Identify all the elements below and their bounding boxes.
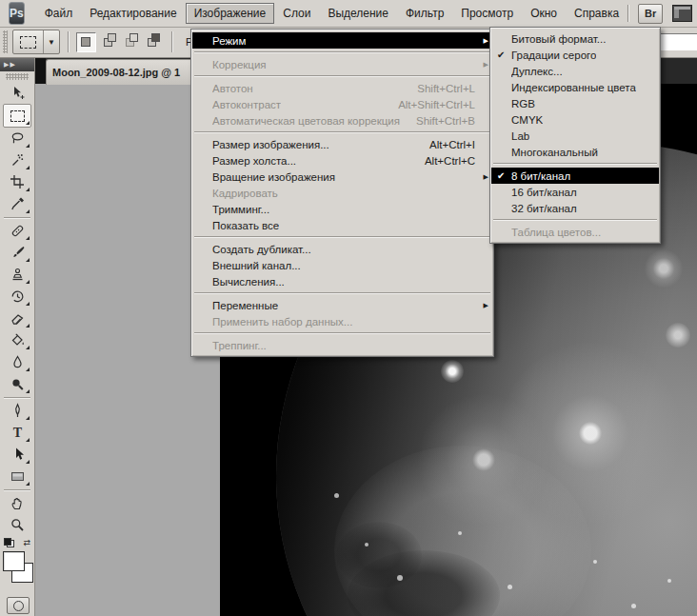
type-icon: T [10, 425, 26, 441]
collapse-panels-icon: ▶▶ [4, 61, 16, 69]
menu-item-trap[interactable]: Треппинг... [192, 337, 492, 353]
tool-eraser[interactable] [4, 308, 30, 329]
rectangular-marquee-icon [10, 110, 25, 122]
tools-divider [4, 489, 30, 490]
menu-image[interactable]: Изображение [186, 3, 275, 24]
menu-item-image-size[interactable]: Размер изображения... Alt+Ctrl+I [192, 136, 492, 152]
intersect-selection-button[interactable] [142, 32, 162, 52]
check-icon: ✔ [496, 170, 511, 181]
menu-item-variables[interactable]: Переменные ▶ [192, 297, 492, 313]
document-tab[interactable]: Moon_2009-08-12.jpg @ 1 [46, 59, 204, 85]
menu-item-indexed-color[interactable]: Индексированные цвета [491, 79, 659, 95]
menu-item-canvas-size[interactable]: Размер холста... Alt+Ctrl+C [192, 152, 492, 169]
menu-item-calculations[interactable]: Вычисления... [192, 273, 492, 289]
menu-filter[interactable]: Фильтр [397, 3, 452, 24]
mode-submenu: Битовый формат... ✔ Градации серого Дупл… [489, 27, 661, 244]
options-divider [171, 31, 172, 52]
menu-separator [194, 75, 490, 77]
menu-item-bitmap[interactable]: Битовый формат... [491, 30, 659, 47]
collapse-panel-header[interactable]: ▶▶ [0, 57, 34, 71]
tool-clone-stamp[interactable] [4, 264, 30, 286]
moon-crater-dot [631, 604, 636, 608]
pen-icon [10, 403, 26, 419]
tool-zoom[interactable] [4, 514, 30, 536]
options-bar-grip[interactable] [3, 30, 8, 53]
color-swatches [0, 549, 34, 593]
menubar-divider [627, 5, 628, 22]
zoom-icon [10, 517, 26, 533]
bridge-button[interactable]: Br [638, 4, 663, 24]
tool-path-selection[interactable] [4, 444, 30, 466]
photoshop-logo[interactable]: Ps [9, 2, 25, 25]
menu-file[interactable]: Файл [36, 3, 82, 24]
menu-item-auto-color[interactable]: Автоматическая цветовая коррекция Shift+… [192, 112, 492, 129]
tools-panel-grip[interactable] [6, 73, 29, 80]
menu-item-lab[interactable]: Lab [491, 128, 659, 144]
default-colors-icon[interactable] [4, 538, 14, 547]
tool-blur[interactable] [4, 351, 30, 373]
tool-history-brush[interactable] [4, 286, 30, 308]
moon-crater-dot [365, 543, 368, 546]
tool-dodge[interactable] [4, 373, 30, 395]
options-input-fragment[interactable] [659, 33, 697, 50]
menu-item-mode[interactable]: Режим ▶ [192, 32, 492, 49]
tool-magic-wand[interactable] [4, 149, 30, 171]
quick-mask-button[interactable] [7, 597, 30, 614]
check-icon: ✔ [496, 50, 511, 60]
menu-item-trim[interactable]: Тримминг... [192, 201, 492, 217]
moon-crater-dot [334, 493, 339, 498]
tool-brush[interactable] [4, 242, 30, 264]
tool-healing-brush[interactable] [4, 220, 30, 242]
menu-item-crop[interactable]: Кадрировать [192, 185, 492, 201]
tool-shape[interactable] [4, 466, 30, 487]
tool-type[interactable]: T [4, 422, 30, 444]
menu-item-rgb[interactable]: RGB [491, 95, 659, 111]
menu-item-apply-data-set[interactable]: Применить набор данных... [192, 313, 492, 329]
menu-item-reveal-all[interactable]: Показать все [192, 217, 492, 233]
menu-item-image-rotation[interactable]: Вращение изображения ▶ [192, 169, 492, 185]
lasso-icon [10, 130, 26, 147]
shortcut-label: Alt+Shift+Ctrl+L [398, 99, 485, 110]
tool-eyedropper[interactable] [4, 193, 30, 215]
menu-item-32-bits[interactable]: 32 бит/канал [491, 200, 659, 216]
menu-edit[interactable]: Редактирование [81, 3, 185, 24]
menu-item-apply-image[interactable]: Внешний канал... [192, 257, 492, 273]
menu-layers[interactable]: Слои [274, 3, 319, 24]
shape-icon [10, 468, 26, 485]
workspace-icon[interactable] [672, 5, 692, 22]
menu-item-auto-contrast[interactable]: Автоконтраст Alt+Shift+Ctrl+L [192, 96, 492, 112]
tool-lasso[interactable] [4, 128, 30, 149]
subtract-from-selection-button[interactable] [120, 32, 140, 52]
menu-help[interactable]: Справка [566, 3, 627, 24]
menu-item-16-bits[interactable]: 16 бит/канал [491, 184, 659, 200]
tool-preset-button[interactable]: ▼ [12, 30, 60, 54]
menu-item-color-table[interactable]: Таблица цветов... [491, 224, 659, 240]
foreground-color-swatch[interactable] [3, 551, 25, 571]
tool-move[interactable] [4, 82, 30, 104]
menu-item-cmyk[interactable]: CMYK [491, 111, 659, 128]
menu-item-grayscale[interactable]: ✔ Градации серого [491, 47, 659, 63]
moon-crater-dot [458, 531, 462, 535]
tool-rectangular-marquee[interactable] [3, 104, 31, 128]
tool-paint-bucket[interactable] [4, 329, 30, 351]
menu-item-adjustments[interactable]: Коррекция ▶ [192, 56, 492, 72]
tool-hand[interactable] [4, 492, 30, 514]
menu-item-8-bits[interactable]: ✔ 8 бит/канал [491, 168, 659, 184]
new-selection-button[interactable] [76, 32, 96, 52]
menu-item-duotone[interactable]: Дуплекс... [491, 63, 659, 79]
shortcut-label: Alt+Ctrl+C [425, 155, 485, 167]
menu-item-auto-tone[interactable]: Автотон Shift+Ctrl+L [192, 80, 492, 96]
menu-item-duplicate[interactable]: Создать дубликат... [192, 241, 492, 257]
swap-colors-icon[interactable]: ⇄ [23, 538, 30, 547]
add-to-selection-button[interactable] [98, 32, 118, 52]
menu-window[interactable]: Окно [522, 3, 566, 24]
add-selection-icon [104, 38, 112, 47]
shortcut-label: Alt+Ctrl+I [429, 139, 485, 150]
menu-item-multichannel[interactable]: Многоканальный [491, 144, 659, 160]
svg-text:T: T [12, 426, 22, 440]
menu-view[interactable]: Просмотр [452, 3, 522, 24]
tool-pen[interactable] [4, 400, 30, 422]
tool-crop[interactable] [4, 171, 30, 193]
history-brush-icon [10, 288, 26, 305]
menu-select[interactable]: Выделение [319, 3, 397, 24]
